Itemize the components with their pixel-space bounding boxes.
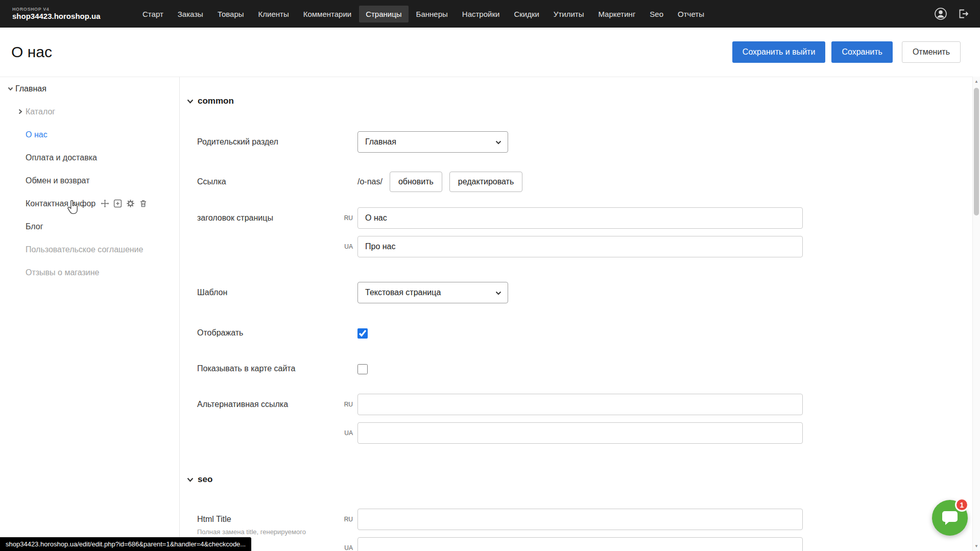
sidebar-item-blog[interactable]: Блог <box>0 215 179 238</box>
sidebar-item-payment-delivery[interactable]: Оплата и доставка <box>0 146 179 169</box>
sidebar-item-user-agreement[interactable]: Пользовательское соглашение <box>0 238 179 261</box>
link-label: Ссылка <box>197 171 340 193</box>
pages-tree-sidebar: Главная Каталог О нас Оплата и доставка … <box>0 77 180 551</box>
page-heading-ua-input[interactable] <box>357 236 803 257</box>
lang-ua-badge: UA <box>340 422 357 444</box>
sidebar-item-store-reviews[interactable]: Отзывы о магазине <box>0 261 179 284</box>
chat-unread-badge: 1 <box>955 498 969 512</box>
form-row-display: Отображать <box>197 327 972 339</box>
sidebar-item-exchange-return[interactable]: Обмен и возврат <box>0 169 179 192</box>
sidebar-item-contact-info[interactable]: Контактная инфор <box>0 192 179 215</box>
display-checkbox[interactable] <box>357 328 368 339</box>
chevron-down-icon <box>495 137 501 147</box>
nav-discounts[interactable]: Скидки <box>507 6 545 22</box>
page-header: О нас Сохранить и выйти Сохранить Отмени… <box>0 28 980 77</box>
sidebar-item-home[interactable]: Главная <box>0 77 179 100</box>
html-title-label: Html Title <box>197 509 340 530</box>
topbar-icons <box>934 7 980 20</box>
lang-ru-badge: RU <box>340 509 357 530</box>
section-seo-title: seo <box>198 474 212 485</box>
tree-item-actions <box>101 199 148 208</box>
nav-banners[interactable]: Баннеры <box>410 6 455 22</box>
header-actions: Сохранить и выйти Сохранить Отменить <box>732 41 980 63</box>
lang-ua-badge: UA <box>340 236 357 257</box>
lang-ru-badge: RU <box>340 207 357 229</box>
parent-section-label: Родительский раздел <box>197 131 340 153</box>
section-seo[interactable]: seo <box>187 474 962 485</box>
form-row-alt-link: Альтернативная ссылка RU UA <box>197 394 972 444</box>
form-row-page-heading: заголовок страницы RU UA <box>197 207 972 257</box>
form-row-parent-section: Родительский раздел Главная <box>197 131 972 153</box>
update-link-button[interactable]: обновить <box>390 172 442 192</box>
nav-start[interactable]: Старт <box>136 6 170 22</box>
screen: HOROSHOP V4 shop34423.horoshop.ua Старт … <box>0 0 980 551</box>
link-preview-statusbar: shop34423.horoshop.ua/edit/edit.php?id=6… <box>0 537 251 551</box>
link-path: /o-nas/ <box>357 172 383 192</box>
lang-ua-badge: UA <box>340 537 357 551</box>
edit-link-button[interactable]: редактировать <box>449 172 522 192</box>
page-heading-ru-input[interactable] <box>357 207 803 229</box>
logout-icon[interactable] <box>957 7 970 20</box>
nav-products[interactable]: Товары <box>211 6 251 22</box>
chat-icon <box>941 510 959 526</box>
nav-settings[interactable]: Настройки <box>456 6 507 22</box>
nav-marketing[interactable]: Маркетинг <box>591 6 642 22</box>
brand-domain: shop34423.horoshop.ua <box>12 12 107 21</box>
template-select[interactable]: Текстовая страница <box>357 282 508 303</box>
page-heading-label: заголовок страницы <box>197 207 340 229</box>
form-row-sitemap: Показывать в карте сайта <box>197 363 972 375</box>
collapse-icon <box>187 475 194 484</box>
sitemap-checkbox[interactable] <box>357 364 368 374</box>
nav-seo[interactable]: Seo <box>643 6 670 22</box>
cancel-button[interactable]: Отменить <box>902 41 961 63</box>
nav-reports[interactable]: Отчеты <box>671 6 711 22</box>
chevron-right-icon[interactable] <box>15 109 26 114</box>
scroll-down-icon[interactable]: ▼ <box>973 544 980 548</box>
alt-link-label: Альтернативная ссылка <box>197 394 340 415</box>
add-icon[interactable] <box>113 199 122 208</box>
page-edit-form: common Родительский раздел Главная Ссылк… <box>180 77 972 551</box>
sidebar-item-about[interactable]: О нас <box>0 123 179 146</box>
move-icon[interactable] <box>101 199 109 208</box>
lang-ru-badge: RU <box>340 394 357 415</box>
top-navigation: Старт Заказы Товары Клиенты Комментарии … <box>136 6 711 22</box>
form-row-link: Ссылка /o-nas/ обновить редактировать <box>197 171 972 193</box>
nav-pages[interactable]: Страницы <box>359 6 408 22</box>
section-common-title: common <box>198 96 234 106</box>
html-title-ua-input[interactable] <box>357 537 803 551</box>
scroll-up-icon[interactable]: ▲ <box>973 79 980 84</box>
display-label: Отображать <box>197 327 340 339</box>
nav-comments[interactable]: Комментарии <box>297 6 358 22</box>
alt-link-ru-input[interactable] <box>357 394 803 415</box>
scrollbar-thumb[interactable] <box>974 88 979 215</box>
sitemap-label: Показывать в карте сайта <box>197 363 340 375</box>
html-title-hint: Полная замена title, генерируемого <box>197 528 330 537</box>
brand[interactable]: HOROSHOP V4 shop34423.horoshop.ua <box>0 7 107 20</box>
template-label: Шаблон <box>197 282 340 303</box>
save-and-exit-button[interactable]: Сохранить и выйти <box>732 41 826 63</box>
form-row-html-title: Html Title Полная замена title, генериру… <box>197 509 972 551</box>
form-row-template: Шаблон Текстовая страница <box>197 282 972 303</box>
sidebar-item-catalog[interactable]: Каталог <box>0 100 179 123</box>
nav-clients[interactable]: Клиенты <box>252 6 296 22</box>
topbar: HOROSHOP V4 shop34423.horoshop.ua Старт … <box>0 0 980 28</box>
vertical-scrollbar[interactable]: ▲ ▼ <box>972 77 980 551</box>
chevron-down-icon[interactable] <box>5 87 15 91</box>
html-title-ru-input[interactable] <box>357 509 803 530</box>
chevron-down-icon <box>495 288 501 297</box>
chat-launcher[interactable]: 1 <box>932 500 968 536</box>
collapse-icon <box>187 97 194 106</box>
save-button[interactable]: Сохранить <box>831 41 893 63</box>
alt-link-ua-input[interactable] <box>357 422 803 444</box>
parent-section-select[interactable]: Главная <box>357 131 508 153</box>
gear-icon[interactable] <box>126 199 135 208</box>
section-common[interactable]: common <box>187 95 962 107</box>
nav-orders[interactable]: Заказы <box>171 6 210 22</box>
account-icon[interactable] <box>934 7 947 20</box>
trash-icon[interactable] <box>139 199 148 208</box>
page-title: О нас <box>0 43 52 61</box>
nav-utilities[interactable]: Утилиты <box>547 6 591 22</box>
